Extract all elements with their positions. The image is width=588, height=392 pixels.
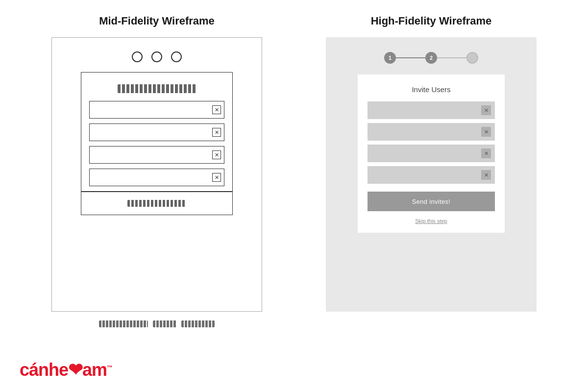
- browser-dots: [132, 51, 182, 62]
- mid-fi-card: ✕ ✕ ✕ ✕: [81, 72, 233, 192]
- caption-word-3: [181, 320, 215, 327]
- hi-input-2[interactable]: ✕: [368, 123, 495, 141]
- right-panel: High-Fidelity Wireframe 1 2 Invite Users…: [294, 10, 568, 382]
- step-3: [466, 52, 478, 64]
- send-invites-button[interactable]: Send invites!: [368, 192, 495, 211]
- browser-dot-3: [171, 51, 182, 62]
- high-fidelity-title: High-Fidelity Wireframe: [371, 15, 492, 27]
- caption-word-2: [153, 320, 176, 327]
- step-2: 2: [425, 52, 437, 64]
- logo-text: cánhe❤am™: [20, 360, 112, 380]
- mid-x-icon-3[interactable]: ✕: [212, 150, 221, 159]
- mid-fidelity-title: Mid-Fidelity Wireframe: [99, 15, 215, 27]
- mid-fi-footer: [81, 192, 233, 215]
- browser-dot-2: [151, 51, 162, 62]
- mid-x-icon-1[interactable]: ✕: [212, 105, 221, 114]
- hi-input-4[interactable]: ✕: [368, 166, 495, 184]
- hi-x-icon-4[interactable]: ✕: [481, 170, 491, 180]
- hi-x-icon-2[interactable]: ✕: [481, 127, 491, 137]
- step-line-1: [396, 57, 425, 58]
- mid-input-3[interactable]: ✕: [89, 146, 224, 164]
- mid-fidelity-frame: ✕ ✕ ✕ ✕: [51, 37, 262, 312]
- hi-input-3[interactable]: ✕: [368, 145, 495, 162]
- high-fidelity-outer: 1 2 Invite Users ✕ ✕ ✕ ✕: [326, 37, 537, 312]
- browser-dot-1: [132, 51, 143, 62]
- mid-x-icon-2[interactable]: ✕: [212, 128, 221, 137]
- logo: cánhe❤am™: [20, 360, 112, 380]
- hi-fi-card: Invite Users ✕ ✕ ✕ ✕ Send invites! Skip …: [358, 74, 505, 233]
- hi-x-icon-1[interactable]: ✕: [481, 105, 491, 115]
- caption-word-1: [99, 320, 148, 327]
- mid-input-4[interactable]: ✕: [89, 169, 224, 186]
- hi-card-title: Invite Users: [412, 85, 450, 94]
- step-indicator: 1 2: [384, 52, 478, 64]
- mid-fi-caption: [99, 320, 215, 327]
- hi-input-1[interactable]: ✕: [368, 101, 495, 119]
- step-line-2: [437, 57, 466, 58]
- mid-fi-footer-scribble: [127, 200, 186, 207]
- mid-fi-title-scribble: [118, 84, 196, 93]
- step-1: 1: [384, 52, 396, 64]
- main-container: Mid-Fidelity Wireframe ✕ ✕ ✕: [0, 0, 588, 392]
- mid-input-1[interactable]: ✕: [89, 101, 224, 119]
- hi-x-icon-3[interactable]: ✕: [481, 148, 491, 158]
- skip-step-link[interactable]: Skip this step: [415, 218, 447, 224]
- logo-heart: ❤: [68, 360, 82, 380]
- mid-input-2[interactable]: ✕: [89, 123, 224, 141]
- mid-x-icon-4[interactable]: ✕: [212, 173, 221, 182]
- left-panel: Mid-Fidelity Wireframe ✕ ✕ ✕: [20, 10, 294, 382]
- logo-tm: ™: [107, 364, 112, 371]
